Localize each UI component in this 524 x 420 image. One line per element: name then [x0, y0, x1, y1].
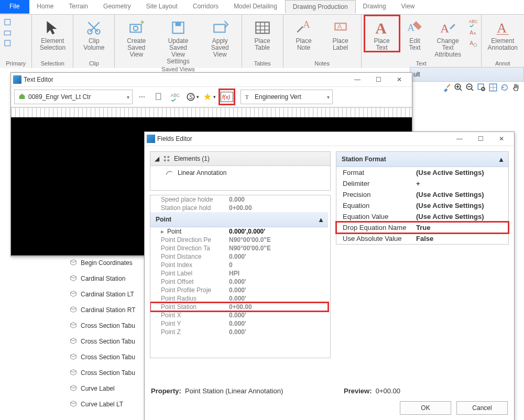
- property-row[interactable]: Point Offset0.000': [150, 278, 328, 286]
- tab-drawing-production[interactable]: Drawing Production: [285, 0, 356, 14]
- svg-point-6: [134, 26, 138, 31]
- property-row[interactable]: Point Z0.000': [150, 328, 328, 336]
- spellcheck-icon[interactable]: ABC: [468, 18, 478, 27]
- property-row[interactable]: Point Direction PeN90°00'00.0"E: [150, 236, 328, 244]
- property-row[interactable]: Point Station0+00.00: [150, 303, 328, 311]
- property-row[interactable]: Station place hold0+00.00: [150, 204, 328, 212]
- station-format-row[interactable]: Use Absolute ValueFalse: [336, 233, 508, 244]
- explorer-icon[interactable]: [3, 28, 13, 38]
- font-dropdown[interactable]: T Engineering Vert: [241, 90, 333, 104]
- tab-drawing[interactable]: Drawing: [356, 0, 394, 14]
- property-row[interactable]: Point Radius0.000': [150, 294, 328, 303]
- element-annotation-button[interactable]: A Element Annotation: [485, 16, 521, 51]
- svg-text:A: A: [337, 23, 342, 30]
- station-format-row[interactable]: Equation Value(Use Active Settings): [336, 211, 508, 222]
- tab-site-layout[interactable]: Site Layout: [139, 0, 185, 14]
- place-note-button[interactable]: A Place Note: [287, 16, 321, 51]
- symbol-menu-button[interactable]: S ▾: [185, 90, 200, 104]
- zoom-out-icon[interactable]: [465, 83, 475, 94]
- group-primary-label: Primary: [3, 59, 28, 68]
- property-row[interactable]: Point X0.000': [150, 311, 328, 319]
- ok-button[interactable]: OK: [400, 401, 451, 415]
- tab-file[interactable]: File: [0, 0, 29, 14]
- station-format-header[interactable]: Station Format▴: [336, 152, 508, 167]
- tab-model-detailing[interactable]: Model Detailing: [226, 0, 285, 14]
- property-row[interactable]: Point Distance0.000': [150, 252, 328, 261]
- svg-point-38: [167, 159, 169, 161]
- spellcheck-toolbar-icon[interactable]: ABC: [168, 90, 183, 104]
- breadcrumb-strip: ult: [410, 67, 524, 82]
- place-label-button[interactable]: A Place Label: [323, 16, 358, 51]
- place-table-button[interactable]: Place Table: [245, 16, 280, 51]
- text-small-icon[interactable]: AA: [468, 28, 478, 38]
- property-row[interactable]: Point Index0: [150, 261, 328, 269]
- text-editor-toolbar: 0089_Engr Vert_Lt Ctr ⋯ ABC S ▾ ▾ f(x) T…: [11, 87, 412, 107]
- close-button[interactable]: ✕: [491, 132, 512, 145]
- cancel-button[interactable]: Cancel: [456, 401, 508, 415]
- property-row[interactable]: Point Profile Proje0.000': [150, 286, 328, 294]
- properties-icon[interactable]: [3, 39, 13, 48]
- text-find-icon[interactable]: A: [468, 39, 478, 48]
- svg-text:S: S: [189, 94, 193, 100]
- insert-field-button[interactable]: f(x): [219, 89, 235, 105]
- station-format-row[interactable]: Drop Equation NameTrue: [336, 222, 508, 233]
- attach-icon[interactable]: [3, 18, 13, 27]
- maximize-button[interactable]: ☐: [368, 73, 389, 86]
- element-selection-button[interactable]: Element Selection: [35, 16, 70, 51]
- box-icon: [69, 274, 78, 284]
- property-row[interactable]: ▸Point0.000',0.000': [150, 227, 328, 236]
- svg-text:A: A: [473, 31, 476, 35]
- svg-text:ABC: ABC: [171, 93, 180, 98]
- station-format-row[interactable]: Equation(Use Active Settings): [336, 200, 508, 211]
- tab-geometry[interactable]: Geometry: [96, 0, 139, 14]
- create-saved-view-button[interactable]: Create Saved View: [118, 16, 155, 58]
- favorite-icon[interactable]: ▾: [202, 90, 216, 104]
- station-format-row[interactable]: Precision(Use Active Settings): [336, 189, 508, 200]
- svg-point-35: [164, 156, 166, 158]
- property-row[interactable]: Point Direction TaN90°00'00.0"E: [150, 244, 328, 252]
- svg-rect-0: [5, 19, 10, 25]
- fields-editor-title: Fields Editor: [155, 135, 449, 142]
- linear-annotation-icon: [165, 169, 173, 177]
- change-text-attributes-button[interactable]: A Change Text Attributes: [431, 16, 465, 58]
- pan-icon[interactable]: [511, 83, 521, 94]
- close-button[interactable]: ✕: [389, 73, 410, 86]
- elements-header[interactable]: ◢ Elements (1): [150, 152, 330, 166]
- svg-point-37: [164, 159, 166, 161]
- ruler[interactable]: [11, 107, 412, 118]
- tab-home[interactable]: Home: [29, 0, 61, 14]
- group-selection-label: Selection: [35, 59, 70, 68]
- station-format-row[interactable]: Format(Use Active Settings): [336, 167, 508, 178]
- cursor-icon: [43, 18, 61, 38]
- more-icon[interactable]: ⋯: [135, 90, 149, 104]
- rotate-icon[interactable]: [500, 83, 509, 94]
- station-format-row[interactable]: Delimiter+: [336, 178, 508, 189]
- place-text-button[interactable]: A Place Text: [365, 16, 399, 51]
- clip-volume-button[interactable]: Clip Volume: [77, 16, 111, 51]
- edit-text-button[interactable]: A Edit Text: [401, 16, 429, 51]
- zoom-in-icon[interactable]: [454, 83, 463, 94]
- tab-view[interactable]: View: [394, 0, 423, 14]
- tab-corridors[interactable]: Corridors: [185, 0, 226, 14]
- fit-icon[interactable]: [488, 83, 498, 94]
- group-tables-label: Tables: [245, 59, 280, 68]
- text-style-dropdown[interactable]: 0089_Engr Vert_Lt Ctr: [14, 90, 133, 104]
- apply-saved-view-button[interactable]: Apply Saved View: [202, 16, 238, 58]
- zoom-window-icon[interactable]: [477, 83, 486, 94]
- copy-format-icon[interactable]: [151, 90, 166, 104]
- box-icon: [69, 290, 78, 300]
- minimize-button[interactable]: —: [347, 73, 368, 86]
- brush-icon[interactable]: [442, 83, 452, 94]
- property-row[interactable]: Speed place holde0.000: [150, 195, 328, 204]
- tab-terrain[interactable]: Terrain: [61, 0, 96, 14]
- svg-text:A: A: [440, 21, 449, 35]
- point-header[interactable]: Point▴: [150, 212, 328, 227]
- maximize-button[interactable]: ☐: [470, 132, 491, 145]
- property-footer: Property: Point Station (Linear Annotati…: [151, 387, 283, 395]
- element-item[interactable]: Linear Annotation: [150, 166, 330, 180]
- property-row[interactable]: Point Y0.000': [150, 319, 328, 328]
- minimize-button[interactable]: —: [449, 132, 470, 145]
- property-row[interactable]: Point LabelHPI: [150, 269, 328, 278]
- update-saved-view-button[interactable]: Update Saved View Settings: [157, 16, 200, 65]
- svg-text:A: A: [302, 19, 310, 30]
